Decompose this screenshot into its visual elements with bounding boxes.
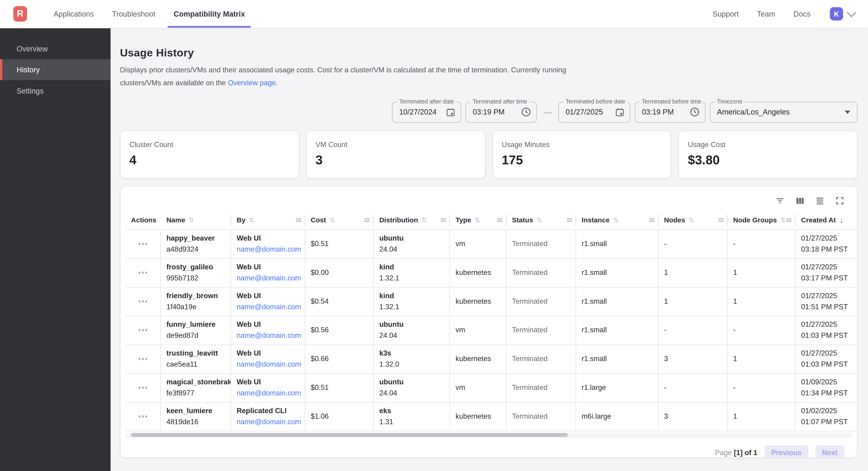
row-actions-kebab-icon[interactable]: [136, 270, 149, 276]
sort-icon[interactable]: ⇅: [421, 216, 427, 224]
column-header-name[interactable]: Name⇅: [161, 211, 231, 229]
sidebar-item-settings[interactable]: Settings: [0, 80, 111, 101]
columns-icon[interactable]: [795, 196, 805, 206]
created-by-source: Replicated CLI: [237, 405, 299, 416]
sort-icon[interactable]: ⇅: [688, 216, 694, 224]
row-actions-cell: [126, 345, 161, 373]
type-value: kubernetes: [456, 296, 500, 307]
row-status-cell: Terminated: [506, 374, 576, 402]
sort-icon[interactable]: ⇅: [536, 216, 542, 224]
created-by-email-link[interactable]: name@domain.com: [237, 273, 299, 284]
row-actions-kebab-icon[interactable]: [136, 385, 149, 391]
column-header-created-at[interactable]: Created At↓: [796, 211, 857, 229]
column-menu-icon[interactable]: [649, 218, 655, 222]
calendar-icon[interactable]: [615, 107, 625, 117]
row-instance-cell: m6i.large: [576, 402, 659, 431]
status-badge: Terminated: [512, 382, 570, 393]
terminated-after-date-field[interactable]: Terminated after date 10/27/2024: [392, 101, 461, 122]
column-header-cost[interactable]: Cost⇅: [305, 211, 374, 229]
column-header-instance[interactable]: Instance⇅: [576, 211, 659, 229]
nav-support[interactable]: Support: [713, 10, 739, 18]
column-menu-icon[interactable]: [296, 218, 301, 222]
created-time: 03:18 PM PST: [801, 244, 857, 255]
sort-desc-icon[interactable]: ↓: [840, 216, 843, 224]
column-header-type[interactable]: Type⇅: [450, 211, 506, 229]
row-by-cell: Web UI name@domain.com: [231, 374, 305, 402]
previous-page-button[interactable]: Previous: [765, 445, 808, 458]
row-status-cell: Terminated: [506, 402, 576, 431]
top-navigation-bar: R Applications Troubleshoot Compatibilit…: [0, 0, 868, 28]
sidebar-item-overview[interactable]: Overview: [0, 38, 111, 59]
row-distribution-cell: kind 1.32.1: [374, 259, 450, 287]
column-header-actions: Actions: [126, 211, 161, 229]
distribution-version: 1.32.1: [379, 301, 444, 313]
terminated-after-time-field[interactable]: Terminated after time 03:19 PM: [466, 101, 537, 122]
overview-page-link[interactable]: Overview page: [228, 78, 276, 87]
nav-compatibility-matrix[interactable]: Compatibility Matrix: [167, 0, 251, 28]
nav-troubleshoot[interactable]: Troubleshoot: [106, 0, 161, 28]
sort-icon[interactable]: ⇅: [780, 216, 786, 224]
sort-icon[interactable]: ⇅: [189, 216, 194, 224]
sidebar-item-history[interactable]: History: [0, 59, 111, 80]
cluster-name: magical_stonebraker: [166, 377, 225, 388]
column-menu-icon[interactable]: [567, 218, 572, 222]
sort-icon[interactable]: ⇅: [613, 216, 619, 224]
column-header-by[interactable]: By⇅: [231, 211, 305, 229]
column-header-node-groups[interactable]: Node Groups⇅: [727, 211, 796, 229]
created-by-email-link[interactable]: name@domain.com: [237, 388, 299, 399]
horizontal-scrollbar-track[interactable]: [126, 432, 852, 438]
row-instance-cell: r1.small: [576, 345, 659, 373]
terminated-before-date-field[interactable]: Terminated before date 01/27/2025: [558, 101, 630, 122]
horizontal-scrollbar-thumb[interactable]: [131, 433, 568, 437]
density-icon[interactable]: [815, 196, 825, 206]
column-header-distribution[interactable]: Distribution⇅: [374, 211, 450, 229]
created-by-email-link[interactable]: name@domain.com: [237, 301, 299, 313]
column-menu-icon[interactable]: [786, 218, 792, 222]
avatar-initial: K: [834, 10, 839, 18]
account-menu[interactable]: K: [830, 7, 854, 21]
row-cost-cell: $0.51: [305, 230, 374, 258]
row-actions-kebab-icon[interactable]: [136, 356, 149, 362]
created-by-email-link[interactable]: name@domain.com: [237, 330, 299, 341]
column-menu-icon[interactable]: [497, 218, 503, 222]
cost-value: $0.54: [311, 296, 368, 307]
nav-team[interactable]: Team: [757, 10, 775, 18]
instance-type: r1.small: [582, 238, 652, 249]
nodes-count: 1: [664, 267, 721, 278]
created-by-email-link[interactable]: name@domain.com: [237, 359, 299, 370]
created-by-email-link[interactable]: name@domain.com: [237, 244, 299, 255]
row-status-cell: Terminated: [506, 345, 576, 373]
calendar-icon[interactable]: [445, 107, 456, 117]
filter-icon[interactable]: [775, 196, 785, 206]
row-actions-kebab-icon[interactable]: [136, 413, 149, 420]
sort-icon[interactable]: ⇅: [330, 216, 335, 224]
fullscreen-icon[interactable]: [835, 196, 845, 206]
sort-icon[interactable]: ⇅: [249, 216, 254, 224]
timezone-select[interactable]: Timezone America/Los_Angeles: [710, 101, 858, 122]
sort-icon[interactable]: ⇅: [474, 216, 480, 224]
terminated-before-time-field[interactable]: Terminated before time 03:19 PM: [634, 101, 705, 122]
clock-icon[interactable]: [689, 107, 700, 117]
column-menu-icon[interactable]: [441, 218, 446, 222]
nav-docs[interactable]: Docs: [794, 10, 811, 18]
column-menu-icon[interactable]: [365, 218, 370, 222]
created-by-email-link[interactable]: name@domain.com: [237, 416, 299, 428]
row-actions-kebab-icon[interactable]: [136, 298, 149, 305]
column-menu-icon[interactable]: [718, 218, 724, 222]
status-badge: Terminated: [512, 411, 570, 422]
row-actions-kebab-icon[interactable]: [136, 327, 149, 333]
cost-value: $0.00: [311, 267, 368, 278]
column-header-nodes[interactable]: Nodes⇅: [658, 211, 727, 229]
next-page-button[interactable]: Next: [815, 445, 844, 458]
row-cost-cell: $0.00: [305, 259, 374, 287]
column-header-status[interactable]: Status⇅: [506, 211, 576, 229]
replicated-logo[interactable]: R: [13, 6, 27, 22]
nodes-count: 3: [664, 353, 721, 364]
row-actions-kebab-icon[interactable]: [136, 241, 149, 247]
row-cost-cell: $0.66: [305, 345, 374, 373]
column-label: Type: [456, 216, 471, 224]
clock-icon[interactable]: [521, 107, 531, 117]
type-value: kubernetes: [456, 267, 500, 278]
node-groups-count: 1: [733, 267, 789, 278]
nav-applications[interactable]: Applications: [48, 0, 100, 28]
